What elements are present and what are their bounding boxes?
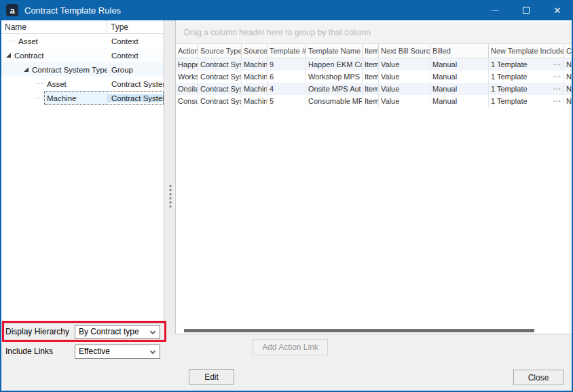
column-header-template-number[interactable]: Template # (267, 44, 306, 58)
cell-clipped: N (564, 58, 572, 71)
cell-source-type: Contract Sys (198, 71, 242, 83)
ellipsis-button[interactable]: ⋯ (550, 84, 561, 94)
cell-item: Item (363, 58, 379, 71)
cell-item: Item (363, 83, 379, 95)
grid-row[interactable]: Consu Contract Sys Machin 5 Consumable M… (176, 95, 572, 107)
cell-template-number: 4 (267, 83, 306, 95)
tree-header: Name Type (1, 20, 164, 34)
cell-new-template-includes: 1 Template (491, 60, 528, 68)
dialog-window: a Contract Template Rules ✕ Name Type As… (0, 0, 573, 392)
include-links-label: Include Links (5, 345, 53, 359)
maximize-icon (523, 7, 530, 14)
cell-action: Happe (176, 58, 198, 71)
cell-action: Worksl (176, 71, 198, 83)
column-header-next-bill-source[interactable]: Next Bill Source (379, 44, 430, 58)
close-icon: ✕ (554, 5, 561, 16)
maximize-button[interactable] (511, 0, 542, 20)
tree-row-contract-system-type[interactable]: Contract System Type Group (1, 62, 164, 77)
expander-icon[interactable] (6, 53, 11, 58)
tree-row-contract[interactable]: Contract Context (1, 48, 164, 62)
tree-label: Asset (18, 37, 38, 45)
add-action-link-button[interactable]: Add Action Link (253, 339, 328, 355)
cell-source: Machin (242, 83, 267, 95)
tree-type: Contract System (107, 94, 164, 102)
group-by-panel[interactable]: Drag a column header here to group by th… (176, 22, 572, 43)
column-header-billed[interactable]: Billed (430, 44, 489, 58)
tree-row-machine-selected[interactable]: Machine Contract System (1, 91, 164, 105)
cell-billed: Manual (430, 95, 489, 107)
app-icon: a (6, 4, 18, 16)
tree-header-type[interactable]: Type (107, 20, 164, 33)
cell-clipped: N (564, 71, 572, 83)
cell-source: Machin (242, 58, 267, 71)
tree-header-name[interactable]: Name (1, 20, 107, 33)
tree-row-asset-child[interactable]: Asset Contract System (1, 77, 164, 91)
cell-action: Consu (176, 95, 198, 107)
chevron-down-icon (150, 329, 155, 334)
edit-button[interactable]: Edit (189, 369, 234, 385)
cell-billed: Manual (430, 58, 489, 71)
cell-template-name: Happen EKM Co (306, 58, 363, 71)
column-header-source[interactable]: Source (242, 44, 267, 58)
cell-next-bill-source: Value (379, 71, 430, 83)
grid-row[interactable]: Onsite Contract Sys Machin 4 Onsite MPS … (176, 83, 572, 95)
grid-row[interactable]: Happe Contract Sys Machin 9 Happen EKM C… (176, 58, 572, 71)
tree-type: Group (107, 66, 164, 74)
cell-next-bill-source: Value (379, 58, 430, 71)
grid-row[interactable]: Worksl Contract Sys Machin 6 Workshop MP… (176, 71, 572, 83)
cell-source-type: Contract Sys (198, 95, 242, 107)
cell-clipped: N (564, 95, 572, 107)
rules-grid: Drag a column header here to group by th… (175, 20, 572, 334)
column-header-item[interactable]: Item (363, 44, 379, 58)
cell-template-name: Consumable MP (306, 95, 363, 107)
include-links-select[interactable]: Effective (75, 345, 160, 359)
tree-label: Asset (47, 80, 67, 88)
cell-source-type: Contract Sys (198, 83, 242, 95)
cell-next-bill-source: Value (379, 95, 430, 107)
tree-label: Contract System Type (32, 66, 107, 74)
tree-connector (8, 41, 16, 41)
ellipsis-button[interactable]: ⋯ (550, 60, 561, 69)
close-button[interactable]: ✕ (542, 0, 573, 20)
cell-new-template-includes: 1 Template (491, 97, 528, 105)
display-hierarchy-label: Display Hierarchy (5, 325, 69, 339)
window-title: Contract Template Rules (24, 5, 121, 16)
cell-source: Machin (242, 71, 267, 83)
cell-template-name: Workshop MPS (306, 71, 363, 83)
cell-template-name: Onsite MPS Aut (306, 83, 363, 95)
column-header-source-type[interactable]: Source Type (198, 44, 242, 58)
column-header-new-template-includes[interactable]: New Template Includes (489, 44, 564, 58)
include-links-value: Effective (79, 347, 110, 356)
window-controls: ✕ (479, 0, 573, 20)
cell-action: Onsite (176, 83, 198, 95)
ellipsis-button[interactable]: ⋯ (550, 72, 561, 81)
display-hierarchy-select[interactable]: By Contract type (75, 325, 160, 339)
close-dialog-button[interactable]: Close (513, 370, 563, 385)
cell-template-number: 5 (267, 95, 306, 107)
cell-clipped: N (564, 83, 572, 95)
tree-row-asset[interactable]: Asset Context (1, 34, 164, 48)
horizontal-scrollbar-thumb[interactable] (184, 329, 534, 332)
tree-type: Context (107, 37, 164, 45)
titlebar[interactable]: a Contract Template Rules ✕ (0, 0, 573, 20)
tree-connector (37, 98, 44, 98)
cell-next-bill-source: Value (379, 83, 430, 95)
cell-new-template-includes: 1 Template (491, 85, 528, 93)
chevron-down-icon (150, 349, 155, 354)
cell-template-number: 9 (267, 58, 306, 71)
column-header-template-name[interactable]: Template Name (306, 44, 363, 58)
minimize-button[interactable] (479, 0, 511, 20)
cell-billed: Manual (430, 83, 489, 95)
cell-item: Item (363, 95, 379, 107)
column-header-action[interactable]: Action (176, 44, 198, 58)
cell-template-number: 6 (267, 71, 306, 83)
group-by-hint: Drag a column header here to group by th… (184, 28, 371, 37)
cell-billed: Manual (430, 71, 489, 83)
panel-splitter[interactable] (165, 20, 175, 334)
expander-icon[interactable] (24, 67, 29, 72)
column-header-clipped[interactable]: C (564, 44, 572, 58)
display-hierarchy-value: By Contract type (79, 327, 139, 336)
ellipsis-button[interactable]: ⋯ (550, 96, 561, 106)
tree-connector (37, 83, 44, 84)
cell-item: Item (363, 71, 379, 83)
